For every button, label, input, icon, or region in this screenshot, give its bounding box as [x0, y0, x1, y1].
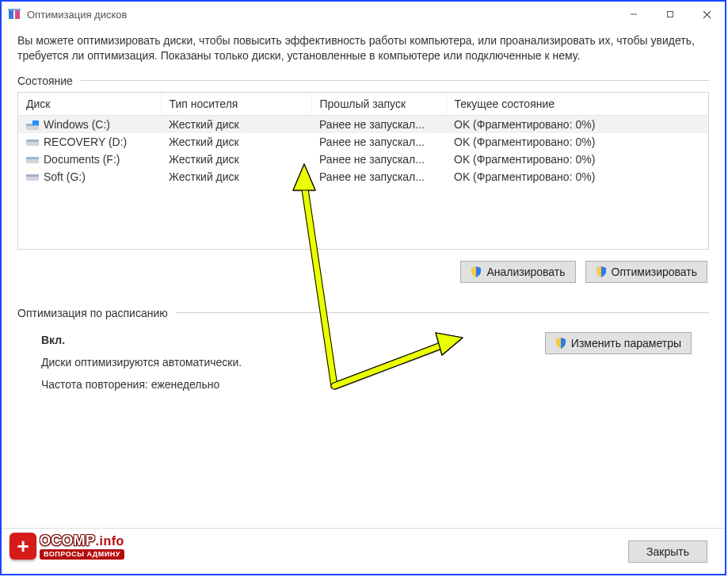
col-media[interactable]: Тип носителя — [161, 93, 311, 116]
drive-name: Windows (C:) — [44, 118, 110, 131]
maximize-button[interactable] — [652, 2, 688, 27]
drive-media: Жесткий диск — [161, 115, 311, 133]
svg-rect-4 — [668, 12, 673, 17]
svg-rect-15 — [26, 174, 39, 177]
svg-rect-11 — [26, 139, 39, 142]
status-section-label: Состояние — [17, 75, 73, 87]
shield-icon — [555, 338, 566, 349]
app-icon — [8, 8, 21, 21]
drive-name: Soft (G:) — [44, 170, 86, 183]
close-button[interactable] — [688, 2, 725, 27]
plus-icon: + — [10, 533, 36, 560]
col-disk[interactable]: Диск — [18, 93, 161, 116]
logo-sub: ВОПРОСЫ АДМИНУ — [40, 549, 124, 560]
drives-table[interactable]: Диск Тип носителя Прошлый запуск Текущее… — [17, 92, 709, 250]
shield-icon — [596, 266, 607, 277]
logo-name: OCOMP — [40, 533, 96, 548]
drive-media: Жесткий диск — [161, 168, 311, 185]
table-row[interactable]: Windows (C:)Жесткий дискРанее не запуска… — [18, 115, 708, 133]
drive-state: OK (Фрагментировано: 0%) — [446, 115, 708, 133]
svg-rect-9 — [32, 120, 39, 125]
change-settings-button[interactable]: Изменить параметры — [545, 332, 692, 354]
schedule-section-label: Оптимизация по расписанию — [17, 307, 168, 319]
description-text: Вы можете оптимизировать диски, чтобы по… — [17, 33, 709, 63]
analyze-label: Анализировать — [486, 266, 565, 278]
table-row[interactable]: Soft (G:)Жесткий дискРанее не запускал..… — [18, 168, 708, 185]
drive-last-run: Ранее не запускал... — [311, 151, 446, 168]
drive-icon — [26, 137, 39, 147]
window-title: Оптимизация дисков — [27, 9, 127, 21]
close-label: Закрыть — [646, 545, 689, 558]
drive-name: Documents (F:) — [44, 153, 120, 166]
divider — [81, 80, 709, 81]
svg-rect-2 — [8, 9, 21, 10]
table-row[interactable]: RECOVERY (D:)Жесткий дискРанее не запуск… — [18, 133, 708, 151]
minimize-button[interactable] — [616, 2, 652, 27]
schedule-line-1: Диски оптимизируются автоматически. — [41, 351, 707, 373]
col-state[interactable]: Текущее состояние — [446, 93, 708, 116]
watermark-logo: + OCOMP.info ВОПРОСЫ АДМИНУ — [10, 533, 124, 560]
drive-state: OK (Фрагментировано: 0%) — [446, 133, 708, 151]
svg-rect-0 — [9, 10, 13, 19]
drive-name: RECOVERY (D:) — [44, 136, 127, 148]
drive-last-run: Ранее не запускал... — [311, 133, 446, 151]
drive-last-run: Ранее не запускал... — [311, 168, 446, 185]
drive-icon — [26, 120, 39, 129]
divider — [176, 312, 709, 313]
drive-last-run: Ранее не запускал... — [311, 115, 446, 133]
drive-icon — [26, 155, 39, 164]
change-settings-label: Изменить параметры — [571, 337, 681, 350]
analyze-button[interactable]: Анализировать — [460, 261, 575, 283]
optimize-button[interactable]: Оптимизировать — [585, 261, 707, 283]
svg-rect-1 — [15, 10, 20, 19]
col-last[interactable]: Прошлый запуск — [311, 93, 446, 116]
table-row[interactable]: Documents (F:)Жесткий дискРанее не запус… — [18, 151, 708, 168]
drive-icon — [26, 172, 39, 182]
drive-state: OK (Фрагментировано: 0%) — [446, 168, 708, 185]
drive-media: Жесткий диск — [161, 151, 311, 168]
close-dialog-button[interactable]: Закрыть — [628, 541, 707, 563]
drive-state: OK (Фрагментировано: 0%) — [446, 151, 708, 168]
svg-rect-13 — [26, 157, 39, 159]
drive-media: Жесткий диск — [161, 133, 311, 151]
schedule-line-2: Частота повторения: еженедельно — [41, 373, 707, 395]
logo-suffix: .info — [96, 534, 124, 548]
shield-icon — [471, 266, 482, 277]
optimize-label: Оптимизировать — [612, 266, 697, 278]
